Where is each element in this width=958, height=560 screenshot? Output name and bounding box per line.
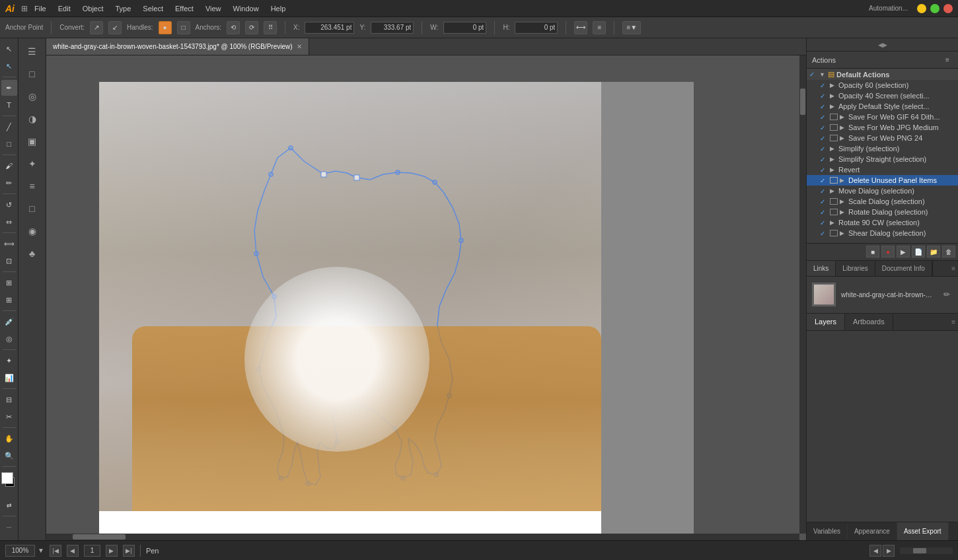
- menu-window[interactable]: Window: [228, 3, 264, 14]
- record-btn[interactable]: ●: [881, 246, 895, 258]
- action-item-12[interactable]: ✓ ▶ Rotate Dialog (selection): [807, 207, 958, 217]
- zoom-input[interactable]: [5, 545, 35, 557]
- stop-btn[interactable]: ■: [866, 246, 879, 258]
- hand-tool[interactable]: ✋: [1, 431, 17, 446]
- tab-close-btn[interactable]: ✕: [297, 43, 302, 50]
- play-btn[interactable]: ▶: [897, 246, 910, 258]
- close-button[interactable]: [943, 4, 953, 13]
- variables-tab[interactable]: Variables: [807, 522, 848, 540]
- zoom-dropdown-arrow[interactable]: ▼: [38, 547, 44, 554]
- direct-select-tool[interactable]: ↖: [1, 58, 17, 74]
- new-action-btn[interactable]: 📄: [912, 246, 925, 258]
- menu-view[interactable]: View: [200, 3, 227, 14]
- h-scroll-status[interactable]: [900, 547, 953, 554]
- action-item-14[interactable]: ✓ ▶ Shear Dialog (selection): [807, 228, 958, 238]
- transform-btn[interactable]: ⟷: [574, 21, 587, 34]
- select-tool[interactable]: ↖: [1, 41, 17, 57]
- vertical-scrollbar[interactable]: [799, 55, 806, 534]
- anchors-btn-3[interactable]: ⠿: [264, 21, 277, 34]
- menu-effect[interactable]: Effect: [170, 3, 199, 14]
- appearance-tab[interactable]: Appearance: [848, 522, 897, 540]
- maximize-button[interactable]: [930, 4, 940, 13]
- shape-builder-tool[interactable]: ⊞: [1, 275, 17, 291]
- action-item-9[interactable]: ✓ ▶ Delete Unused Panel Items: [807, 175, 958, 186]
- action-item-10[interactable]: ✓ ▶ Move Dialog (selection): [807, 186, 958, 196]
- next-btn[interactable]: ▶: [106, 545, 118, 557]
- eyedropper-tool[interactable]: 💉: [1, 314, 17, 330]
- y-input[interactable]: [371, 22, 414, 34]
- artboards-tab[interactable]: Artboards: [845, 314, 893, 330]
- menu-object[interactable]: Object: [77, 3, 109, 14]
- action-item-0[interactable]: ✓ ▶ Opacity 60 (selection): [807, 80, 958, 90]
- panel-icon-3[interactable]: ◎: [22, 86, 43, 107]
- swap-colors[interactable]: ⇄: [1, 497, 17, 513]
- more-tools[interactable]: ···: [1, 519, 17, 535]
- artboard-tool[interactable]: ⊟: [1, 392, 17, 407]
- v-scroll-thumb[interactable]: [800, 88, 805, 115]
- convert-btn-2[interactable]: ↙: [108, 21, 122, 34]
- blend-tool[interactable]: ◎: [1, 331, 17, 347]
- status-fwd-btn[interactable]: ▶: [883, 545, 895, 557]
- new-set-btn[interactable]: 📁: [927, 246, 940, 258]
- paint-brush-tool[interactable]: 🖌: [1, 158, 17, 174]
- rotate-tool[interactable]: ↺: [1, 197, 17, 213]
- menu-type[interactable]: Type: [110, 3, 137, 14]
- action-item-6[interactable]: ✓ ▶ Simplify (selection): [807, 143, 958, 154]
- pen-tool[interactable]: ✒: [1, 80, 17, 96]
- panel-collapse-handle[interactable]: ◀▶: [807, 38, 958, 52]
- panel-icon-9[interactable]: ◉: [22, 221, 43, 242]
- action-item-7[interactable]: ✓ ▶ Simplify Straight (selection): [807, 154, 958, 164]
- document-info-tab[interactable]: Document Info: [875, 261, 932, 276]
- action-item-2[interactable]: ✓ ▶ Apply Default Style (select...: [807, 101, 958, 112]
- line-tool[interactable]: ╱: [1, 119, 17, 135]
- anchors-btn-1[interactable]: ⟲: [227, 21, 240, 34]
- align-btn[interactable]: ≡: [593, 21, 606, 34]
- rect-tool[interactable]: □: [1, 136, 17, 152]
- h-input[interactable]: [515, 22, 558, 34]
- links-tab[interactable]: Links: [807, 261, 836, 276]
- action-item-5[interactable]: ✓ ▶ Save For Web PNG 24: [807, 133, 958, 143]
- panel-icon-2[interactable]: □: [22, 63, 43, 85]
- panel-icon-7[interactable]: ≡: [22, 176, 43, 197]
- status-back-btn[interactable]: ◀: [869, 545, 881, 557]
- action-item-1[interactable]: ✓ ▶ Opacity 40 Screen (selecti...: [807, 90, 958, 101]
- canvas-workspace[interactable]: [46, 55, 806, 540]
- x-input[interactable]: [305, 22, 354, 34]
- document-tab[interactable]: white-and-gray-cat-in-brown-woven-basket…: [46, 38, 309, 55]
- pencil-tool[interactable]: ✏: [1, 175, 17, 191]
- delete-action-btn[interactable]: 🗑: [942, 246, 955, 258]
- handles-btn-1[interactable]: ●: [159, 21, 172, 34]
- libraries-tab[interactable]: Libraries: [836, 261, 875, 276]
- more-options-btn[interactable]: ≡▼: [622, 21, 641, 34]
- link-edit-btn[interactable]: ✏: [941, 289, 953, 300]
- minimize-button[interactable]: [917, 4, 926, 13]
- panel-icon-8[interactable]: □: [22, 198, 43, 219]
- menu-help[interactable]: Help: [266, 3, 291, 14]
- free-transform-tool[interactable]: ⊡: [1, 253, 17, 269]
- graph-tool[interactable]: 📊: [1, 370, 17, 386]
- action-item-11[interactable]: ✓ ▶ Scale Dialog (selection): [807, 196, 958, 207]
- page-input[interactable]: [84, 545, 100, 557]
- menu-file[interactable]: File: [29, 3, 52, 14]
- h-scroll-thumb[interactable]: [73, 534, 126, 540]
- panel-icon-10[interactable]: ♣: [22, 243, 43, 264]
- foreground-color[interactable]: [1, 472, 13, 484]
- prev-page-btn[interactable]: |◀: [50, 545, 61, 557]
- links-menu-btn[interactable]: ≡: [951, 265, 955, 272]
- mirror-tool[interactable]: ⇔: [1, 214, 17, 230]
- layers-menu-btn[interactable]: ≡: [951, 318, 955, 326]
- actions-panel-menu[interactable]: ≡: [942, 55, 953, 65]
- layers-tab[interactable]: Layers: [807, 314, 845, 330]
- width-tool[interactable]: ⟺: [1, 236, 17, 252]
- anchors-btn-2[interactable]: ⟳: [245, 21, 258, 34]
- panel-icon-4[interactable]: ◑: [22, 108, 43, 129]
- symbol-spray-tool[interactable]: ✦: [1, 353, 17, 368]
- menu-select[interactable]: Select: [137, 3, 168, 14]
- actions-group-header[interactable]: ✓ ▼ ▤ Default Actions: [807, 69, 958, 80]
- prev-btn[interactable]: ◀: [67, 545, 79, 557]
- slice-tool[interactable]: ✂: [1, 409, 17, 425]
- action-item-3[interactable]: ✓ ▶ Save For Web GIF 64 Dith...: [807, 112, 958, 122]
- zoom-tool[interactable]: 🔍: [1, 448, 17, 464]
- action-item-13[interactable]: ✓ ▶ Rotate 90 CW (selection): [807, 217, 958, 228]
- panel-icon-6[interactable]: ✦: [22, 153, 43, 174]
